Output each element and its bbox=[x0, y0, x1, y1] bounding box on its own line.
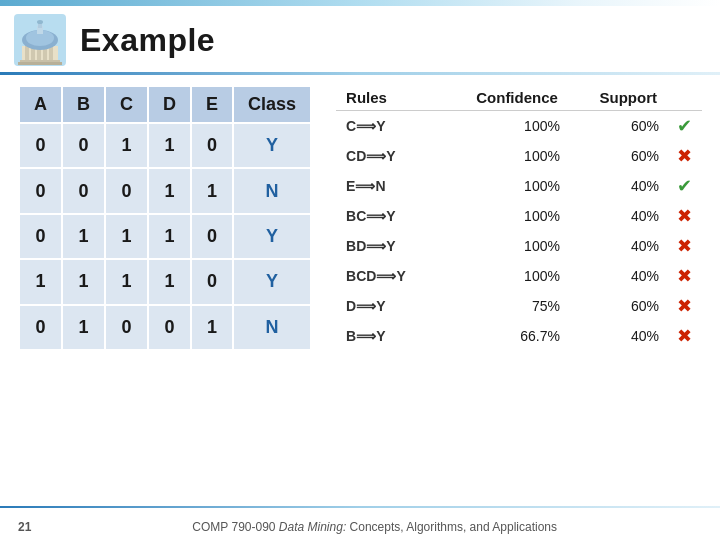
table-row: 1 bbox=[62, 214, 105, 259]
page-title: Example bbox=[80, 22, 215, 59]
rule-icon: ✖ bbox=[667, 141, 702, 171]
rule-icon: ✖ bbox=[667, 261, 702, 291]
confidence-value: 66.7% bbox=[438, 321, 568, 351]
rule-icon: ✔ bbox=[667, 171, 702, 201]
rules-table: Rules Confidence Support C⟹Y 100% 60% ✔ … bbox=[336, 85, 702, 351]
rule-name: BC⟹Y bbox=[336, 201, 438, 231]
col-header-c: C bbox=[105, 86, 148, 123]
col-header-b: B bbox=[62, 86, 105, 123]
rule-name: CD⟹Y bbox=[336, 141, 438, 171]
table-row: 1 bbox=[105, 123, 148, 168]
data-table: A B C D E Class 0 0 1 1 0 Y 0 0 0 1 1 N … bbox=[18, 85, 312, 351]
col-header-class: Class bbox=[233, 86, 311, 123]
confidence-value: 100% bbox=[438, 261, 568, 291]
table-row: 0 bbox=[105, 168, 148, 213]
table-row: 1 bbox=[191, 168, 233, 213]
rule-name: C⟹Y bbox=[336, 111, 438, 142]
rule-icon: ✖ bbox=[667, 321, 702, 351]
cross-icon: ✖ bbox=[677, 236, 692, 256]
support-value: 60% bbox=[568, 291, 667, 321]
support-value: 40% bbox=[568, 171, 667, 201]
rule-name: B⟹Y bbox=[336, 321, 438, 351]
rule-icon: ✖ bbox=[667, 231, 702, 261]
footer: 21 COMP 790-090 Data Mining: Concepts, A… bbox=[0, 520, 720, 534]
confidence-value: 100% bbox=[438, 231, 568, 261]
table-row: 1 bbox=[19, 259, 62, 304]
rule-name: E⟹N bbox=[336, 171, 438, 201]
table-row-class: Y bbox=[233, 259, 311, 304]
table-row: 1 bbox=[148, 168, 191, 213]
page-number: 21 bbox=[18, 520, 31, 534]
svg-point-11 bbox=[37, 20, 43, 24]
logo-icon bbox=[14, 14, 66, 66]
icon-col-header bbox=[667, 85, 702, 111]
support-value: 40% bbox=[568, 201, 667, 231]
rule-icon: ✔ bbox=[667, 111, 702, 142]
rule-icon: ✖ bbox=[667, 201, 702, 231]
table-row-class: N bbox=[233, 305, 311, 350]
table-row: 1 bbox=[191, 305, 233, 350]
check-icon: ✔ bbox=[677, 176, 692, 196]
footer-em: Data Mining: bbox=[279, 520, 346, 534]
cross-icon: ✖ bbox=[677, 266, 692, 286]
table-row: 0 bbox=[191, 123, 233, 168]
col-header-e: E bbox=[191, 86, 233, 123]
confidence-value: 75% bbox=[438, 291, 568, 321]
confidence-col-header: Confidence bbox=[438, 85, 568, 111]
rules-col-header: Rules bbox=[336, 85, 438, 111]
table-row: 1 bbox=[105, 259, 148, 304]
header: Example bbox=[0, 0, 720, 72]
cross-icon: ✖ bbox=[677, 326, 692, 346]
support-col-header: Support bbox=[568, 85, 667, 111]
main-content: A B C D E Class 0 0 1 1 0 Y 0 0 0 1 1 N … bbox=[0, 85, 720, 351]
table-row: 0 bbox=[19, 214, 62, 259]
table-row: 1 bbox=[62, 305, 105, 350]
table-row: 0 bbox=[105, 305, 148, 350]
table-row: 1 bbox=[148, 214, 191, 259]
support-value: 40% bbox=[568, 231, 667, 261]
cross-icon: ✖ bbox=[677, 296, 692, 316]
cross-icon: ✖ bbox=[677, 206, 692, 226]
bottom-divider bbox=[0, 506, 720, 508]
rule-icon: ✖ bbox=[667, 291, 702, 321]
cross-icon: ✖ bbox=[677, 146, 692, 166]
table-row-class: N bbox=[233, 168, 311, 213]
table-row-class: Y bbox=[233, 123, 311, 168]
support-value: 40% bbox=[568, 321, 667, 351]
header-divider bbox=[0, 72, 720, 75]
table-row: 0 bbox=[62, 168, 105, 213]
confidence-value: 100% bbox=[438, 111, 568, 142]
confidence-value: 100% bbox=[438, 171, 568, 201]
support-value: 60% bbox=[568, 111, 667, 142]
footer-citation: COMP 790-090 Data Mining: Concepts, Algo… bbox=[47, 520, 702, 534]
rules-section: Rules Confidence Support C⟹Y 100% 60% ✔ … bbox=[336, 85, 702, 351]
table-row: 0 bbox=[19, 123, 62, 168]
confidence-value: 100% bbox=[438, 141, 568, 171]
col-header-a: A bbox=[19, 86, 62, 123]
table-row: 1 bbox=[148, 123, 191, 168]
support-value: 40% bbox=[568, 261, 667, 291]
col-header-d: D bbox=[148, 86, 191, 123]
svg-rect-13 bbox=[18, 62, 62, 65]
table-row: 0 bbox=[148, 305, 191, 350]
table-row: 0 bbox=[62, 123, 105, 168]
table-row: 0 bbox=[191, 259, 233, 304]
support-value: 60% bbox=[568, 141, 667, 171]
table-row: 0 bbox=[19, 305, 62, 350]
table-row: 1 bbox=[105, 214, 148, 259]
table-row: 1 bbox=[62, 259, 105, 304]
table-row: 0 bbox=[191, 214, 233, 259]
rule-name: BD⟹Y bbox=[336, 231, 438, 261]
confidence-value: 100% bbox=[438, 201, 568, 231]
rule-name: D⟹Y bbox=[336, 291, 438, 321]
table-row-class: Y bbox=[233, 214, 311, 259]
check-icon: ✔ bbox=[677, 116, 692, 136]
table-row: 1 bbox=[148, 259, 191, 304]
rule-name: BCD⟹Y bbox=[336, 261, 438, 291]
table-row: 0 bbox=[19, 168, 62, 213]
